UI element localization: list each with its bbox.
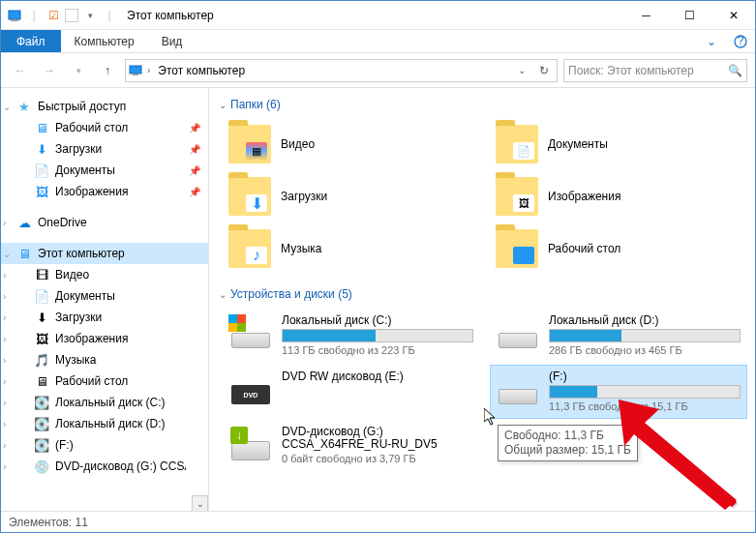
qat-dropdown-icon[interactable]: ▾ (82, 8, 98, 23)
chevron-right-icon[interactable]: › (3, 376, 15, 387)
titlebar: | ☑ ▾ | Этот компьютер ─ ☐ ✕ (1, 1, 755, 30)
music-icon: 🎵 (34, 352, 49, 368)
sidebar-item-drive-f[interactable]: ›💽(F:) (1, 434, 208, 456)
chevron-right-icon[interactable]: › (3, 419, 15, 429)
content-pane: ⌄Папки (6) ▦Видео 📄Документы ⬇Загрузки 🖼… (209, 88, 755, 512)
forward-button[interactable]: → (38, 59, 61, 82)
chevron-right-icon[interactable]: › (3, 270, 15, 281)
sidebar-item-music[interactable]: ›🎵Музыка (1, 349, 208, 370)
pictures-icon: 🖼 (34, 331, 49, 346)
drive-icon: 💽 (34, 437, 49, 453)
drive-g[interactable]: DVD-дисковод (G:) CCSA_X64FRE_RU-RU_DV50… (223, 421, 480, 475)
navbar: ← → ▾ ↑ › Этот компьютер ⌄ ↻ Поиск: Этот… (1, 53, 755, 88)
navigation-pane: ⌄★Быстрый доступ 🖥Рабочий стол📌 ⬇Загрузк… (1, 88, 209, 512)
chevron-right-icon[interactable]: › (3, 334, 15, 344)
dvd-icon (229, 426, 272, 460)
folder-documents[interactable]: 📄Документы (490, 119, 747, 169)
downloads-icon: ⬇ (34, 141, 49, 157)
sidebar-item-downloads[interactable]: ›⬇Загрузки (1, 307, 208, 328)
tab-view[interactable]: Вид (148, 30, 197, 52)
up-button[interactable]: ↑ (96, 59, 119, 82)
drive-d[interactable]: Локальный диск (D:)286 ГБ свободно из 46… (490, 309, 747, 363)
chevron-right-icon[interactable]: › (3, 398, 15, 408)
chevron-down-icon[interactable]: ⌄ (3, 102, 15, 112)
maximize-button[interactable]: ☐ (668, 1, 711, 29)
chevron-right-icon[interactable]: › (3, 218, 15, 228)
address-dropdown-icon[interactable]: ⌄ (514, 65, 529, 75)
body: ⌄★Быстрый доступ 🖥Рабочий стол📌 ⬇Загрузк… (1, 88, 755, 512)
chevron-right-icon[interactable]: › (3, 312, 15, 323)
folder-music[interactable]: ♪Музыка (223, 223, 480, 274)
chevron-right-icon[interactable]: › (3, 440, 15, 451)
sidebar-item-onedrive[interactable]: ›☁OneDrive (1, 212, 208, 233)
pin-icon: 📌 (189, 187, 200, 197)
address-bar[interactable]: › Этот компьютер ⌄ ↻ (125, 59, 558, 82)
scroll-down-button[interactable]: ⌄ (192, 495, 208, 512)
ribbon-expand-icon[interactable]: ⌄ (697, 30, 726, 52)
folder-pictures[interactable]: 🖼Изображения (490, 171, 747, 222)
drive-icon (497, 370, 539, 404)
folder-downloads[interactable]: ⬇Загрузки (223, 171, 480, 222)
sidebar-item-pictures[interactable]: ›🖼Изображения (1, 328, 208, 349)
pin-icon: 📌 (189, 165, 200, 176)
folder-videos[interactable]: ▦Видео (223, 119, 480, 169)
folders-grid: ▦Видео 📄Документы ⬇Загрузки 🖼Изображения… (217, 115, 747, 283)
sidebar-item-drive-c[interactable]: ›💽Локальный диск (C:) (1, 392, 208, 413)
drive-icon (497, 313, 539, 348)
sidebar-item-desktop[interactable]: ›🖥Рабочий стол (1, 370, 208, 392)
drive-f[interactable]: (F:)11,3 ГБ свободно из 15,1 ГБ (490, 365, 747, 419)
qat-separator: | (26, 8, 42, 23)
search-icon[interactable]: 🔍 (728, 64, 742, 77)
breadcrumb[interactable]: Этот компьютер (154, 62, 249, 79)
recent-dropdown-icon[interactable]: ▾ (67, 59, 90, 82)
group-header-folders[interactable]: ⌄Папки (6) (217, 94, 747, 115)
ribbon-tabs: Файл Компьютер Вид ⌄ ? (1, 30, 755, 53)
close-button[interactable]: ✕ (711, 1, 755, 29)
search-input[interactable]: Поиск: Этот компьютер 🔍 (563, 59, 747, 82)
videos-icon: 🎞 (34, 267, 49, 282)
onedrive-icon: ☁ (16, 215, 32, 230)
sidebar-item-drive-d[interactable]: ›💽Локальный диск (D:) (1, 413, 208, 434)
chevron-right-icon[interactable]: › (3, 355, 15, 366)
sidebar-item-documents[interactable]: ›📄Документы (1, 285, 208, 307)
sidebar-item-drive-g[interactable]: ›💿DVD-дисковод (G:) CCSA_) (1, 456, 208, 477)
sidebar-item-pictures[interactable]: 🖼Изображения📌 (1, 181, 208, 202)
refresh-button[interactable]: ↻ (533, 60, 555, 81)
tab-computer[interactable]: Компьютер (61, 30, 148, 52)
svg-rect-4 (130, 66, 141, 74)
drive-c[interactable]: Локальный диск (C:)113 ГБ свободно из 22… (223, 309, 480, 363)
svg-rect-0 (9, 11, 20, 19)
help-icon[interactable]: ? (726, 30, 755, 52)
drive-icon (229, 313, 272, 348)
back-button[interactable]: ← (9, 59, 32, 82)
sidebar-item-videos[interactable]: ›🎞Видео (1, 264, 208, 285)
tab-file[interactable]: Файл (1, 30, 61, 52)
star-icon: ★ (16, 99, 32, 114)
properties-icon[interactable]: ☑ (45, 8, 61, 23)
chevron-right-icon[interactable]: › (147, 65, 150, 75)
usage-bar (549, 329, 741, 342)
folder-icon: ▦ (228, 125, 271, 163)
chevron-down-icon[interactable]: ⌄ (3, 249, 15, 259)
sidebar-item-desktop[interactable]: 🖥Рабочий стол📌 (1, 117, 208, 138)
quick-access-toolbar: | ☑ ▾ | (7, 8, 117, 23)
chevron-right-icon[interactable]: › (3, 461, 15, 472)
app-icon[interactable] (7, 8, 22, 23)
folder-icon: 📄 (496, 125, 538, 163)
sidebar-item-downloads[interactable]: ⬇Загрузки📌 (1, 138, 208, 160)
drive-e[interactable]: DVD DVD RW дисковод (E:) (223, 365, 480, 419)
svg-text:?: ? (738, 35, 744, 47)
documents-icon: 📄 (34, 163, 49, 178)
qat-blank-icon[interactable] (65, 9, 78, 22)
group-header-drives[interactable]: ⌄Устройства и диски (5) (217, 283, 747, 305)
pictures-icon: 🖼 (34, 184, 49, 199)
minimize-button[interactable]: ─ (624, 1, 668, 29)
sidebar-item-this-pc[interactable]: ⌄🖥Этот компьютер (1, 243, 208, 264)
desktop-icon: 🖥 (34, 373, 49, 389)
chevron-down-icon: ⌄ (219, 100, 227, 110)
dvd-icon: DVD (229, 370, 272, 404)
folder-desktop[interactable]: Рабочий стол (490, 223, 747, 274)
sidebar-item-documents[interactable]: 📄Документы📌 (1, 160, 208, 181)
chevron-right-icon[interactable]: › (3, 291, 15, 302)
sidebar-item-quick-access[interactable]: ⌄★Быстрый доступ (1, 96, 208, 117)
